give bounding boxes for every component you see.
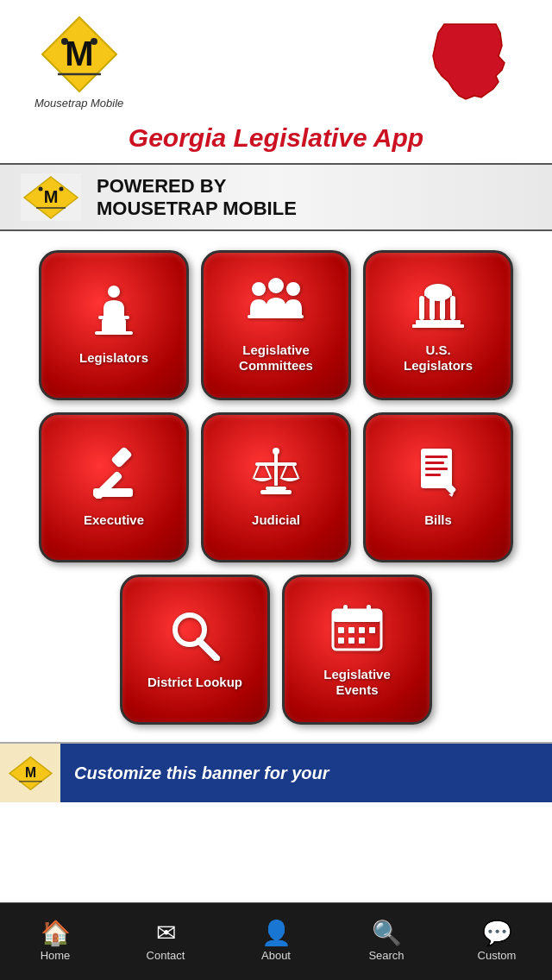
legislative-committees-label: LegislativeCommittees xyxy=(239,342,313,374)
svg-text:M: M xyxy=(44,187,59,206)
svg-text:M: M xyxy=(24,765,35,780)
legislative-events-button[interactable]: LegislativeEvents xyxy=(282,575,432,725)
svg-rect-13 xyxy=(102,319,126,333)
svg-rect-53 xyxy=(348,627,354,633)
people-icon xyxy=(246,277,306,336)
about-icon: 👤 xyxy=(261,921,292,945)
svg-rect-41 xyxy=(425,462,444,464)
search-icon: 🔍 xyxy=(372,921,402,945)
bills-button[interactable]: Bills xyxy=(363,412,513,562)
svg-rect-12 xyxy=(98,316,129,319)
gavel-icon xyxy=(86,447,142,506)
grid-area: Legislators LegislativeCommittees xyxy=(0,231,552,733)
powered-banner: M POWERED BY MOUSETRAP MOBILE xyxy=(0,163,552,231)
svg-rect-50 xyxy=(343,605,348,617)
nav-contact-label: Contact xyxy=(147,949,185,962)
svg-rect-21 xyxy=(419,296,424,320)
svg-rect-26 xyxy=(412,324,464,328)
nav-search[interactable]: 🔍 Search xyxy=(331,903,442,980)
grid-row-1: Legislators LegislativeCommittees xyxy=(24,250,528,400)
svg-rect-37 xyxy=(266,487,286,490)
svg-rect-38 xyxy=(260,490,292,494)
mousetrap-logo: M Mousetrap Mobile xyxy=(34,16,123,110)
svg-line-33 xyxy=(254,466,259,478)
nav-home-label: Home xyxy=(41,949,71,962)
podium-icon xyxy=(86,285,142,343)
svg-point-9 xyxy=(39,187,43,192)
svg-rect-18 xyxy=(248,315,304,318)
svg-rect-29 xyxy=(93,488,133,497)
nav-custom[interactable]: 💬 Custom xyxy=(442,903,552,980)
executive-button[interactable]: Executive xyxy=(39,412,189,562)
svg-rect-14 xyxy=(95,331,133,335)
custom-icon: 💬 xyxy=(482,921,512,945)
svg-rect-57 xyxy=(348,638,354,644)
svg-rect-27 xyxy=(110,447,132,468)
custom-banner-text: Customize this banner for your xyxy=(60,763,329,783)
us-legislators-button[interactable]: U.S.Legislators xyxy=(363,250,513,400)
georgia-map-icon xyxy=(423,20,518,106)
svg-rect-58 xyxy=(359,638,365,644)
svg-rect-51 xyxy=(367,605,371,617)
svg-rect-32 xyxy=(255,462,297,466)
contact-icon: ✉ xyxy=(156,921,176,945)
header: M Mousetrap Mobile xyxy=(0,0,552,118)
nav-home[interactable]: 🏠 Home xyxy=(0,903,110,980)
svg-rect-24 xyxy=(450,296,455,320)
svg-rect-56 xyxy=(338,638,344,644)
scales-icon xyxy=(248,447,304,506)
legislators-label: Legislators xyxy=(79,350,148,366)
svg-line-36 xyxy=(293,466,298,478)
judicial-button[interactable]: Judicial xyxy=(201,412,351,562)
us-legislators-label: U.S.Legislators xyxy=(404,342,473,374)
legislative-events-label: LegislativeEvents xyxy=(323,667,391,698)
custom-banner: M Customize this banner for your xyxy=(0,742,552,802)
legislative-committees-button[interactable]: LegislativeCommittees xyxy=(201,250,351,400)
calendar-icon xyxy=(329,601,386,660)
magnify-icon xyxy=(167,609,223,668)
svg-rect-22 xyxy=(430,296,435,320)
svg-point-10 xyxy=(60,187,64,192)
svg-line-35 xyxy=(281,466,286,478)
executive-label: Executive xyxy=(84,512,144,528)
nav-about-label: About xyxy=(261,949,291,962)
svg-point-11 xyxy=(108,286,120,298)
svg-point-17 xyxy=(286,282,300,296)
building-icon xyxy=(411,277,467,336)
nav-contact[interactable]: ✉ Contact xyxy=(110,903,221,980)
home-icon: 🏠 xyxy=(41,921,71,945)
district-lookup-label: District Lookup xyxy=(147,675,242,690)
svg-rect-31 xyxy=(274,451,278,486)
grid-row-3: District Lookup xyxy=(24,575,528,725)
powered-text: POWERED BY MOUSETRAP MOBILE xyxy=(97,175,297,220)
mousetrap-logo-text: Mousetrap Mobile xyxy=(34,97,123,110)
svg-rect-52 xyxy=(338,627,344,633)
svg-rect-42 xyxy=(425,468,448,470)
svg-point-16 xyxy=(268,278,284,293)
powered-logo-icon: M xyxy=(21,173,81,221)
svg-point-15 xyxy=(252,282,266,296)
legislators-button[interactable]: Legislators xyxy=(39,250,189,400)
nav-search-label: Search xyxy=(368,949,404,962)
svg-text:M: M xyxy=(65,35,93,72)
app-title: Georgia Legislative App xyxy=(0,118,552,163)
svg-rect-49 xyxy=(333,610,381,622)
document-icon xyxy=(411,447,467,506)
svg-line-34 xyxy=(266,466,271,478)
svg-point-3 xyxy=(91,38,97,45)
svg-rect-43 xyxy=(425,474,441,476)
svg-rect-20 xyxy=(424,292,452,296)
svg-marker-45 xyxy=(448,493,454,497)
svg-rect-55 xyxy=(369,627,375,633)
judicial-label: Judicial xyxy=(252,512,300,528)
nav-custom-label: Custom xyxy=(478,949,517,962)
svg-line-47 xyxy=(199,641,216,658)
custom-banner-logo: M xyxy=(0,743,60,802)
bottom-nav: 🏠 Home ✉ Contact 👤 About 🔍 Search 💬 Cust… xyxy=(0,902,552,980)
svg-rect-40 xyxy=(425,455,448,458)
mousetrap-logo-icon: M xyxy=(41,16,118,93)
svg-rect-25 xyxy=(416,320,461,324)
nav-about[interactable]: 👤 About xyxy=(221,903,331,980)
district-lookup-button[interactable]: District Lookup xyxy=(120,575,270,725)
svg-rect-23 xyxy=(440,296,445,320)
